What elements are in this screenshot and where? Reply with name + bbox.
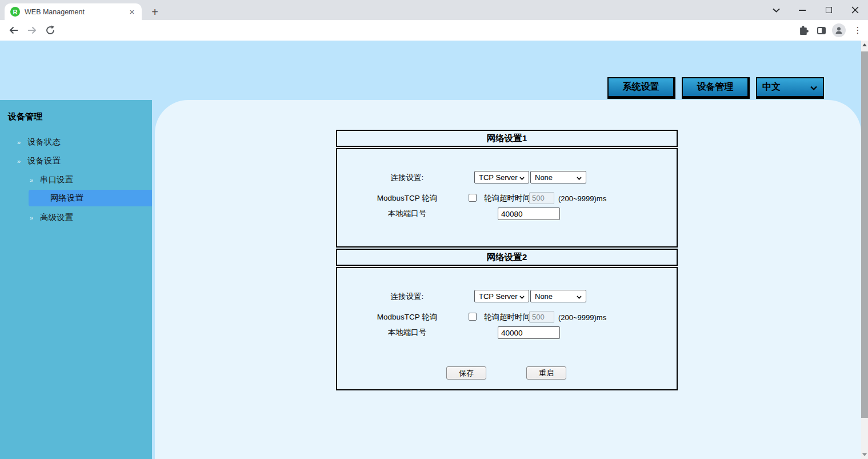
browser-tab[interactable]: R WEB Management × [5,3,142,20]
network-settings-2-panel: 连接设置: TCP Server None ModbusTCP 轮询 [336,267,678,390]
panel-title: 网络设置2 [336,249,678,266]
back-button[interactable] [7,23,21,37]
new-tab-button[interactable]: + [147,5,162,19]
minimize-button[interactable] [789,0,815,20]
arrow-bullet-icon: » [17,158,21,165]
language-select-value: 中文 [762,81,781,93]
timeout-range-hint: (200~9999)ms [558,313,606,322]
connect-mode-value: None [535,173,553,182]
connect-mode-select[interactable]: None [530,171,586,183]
arrow-bullet-icon: » [30,214,33,221]
connect-protocol-select[interactable]: TCP Server [474,171,529,183]
connect-protocol-value: TCP Server [479,292,518,301]
local-port-label: 本地端口号 [337,328,477,338]
system-settings-button[interactable]: 系统设置 [607,77,675,99]
connect-settings-label: 连接设置: [337,173,477,183]
chevron-down-icon [810,82,817,93]
connect-mode-value: None [535,292,553,301]
save-button[interactable]: 保存 [446,366,486,380]
sidebar-item-serial-settings[interactable]: 串口设置 [40,174,73,185]
local-port-input[interactable] [498,207,560,220]
modbus-polling-label: ModbusTCP 轮询 [337,193,477,203]
sidebar-item-advanced-settings[interactable]: 高级设置 [40,212,73,223]
arrow-bullet-icon: » [17,139,21,146]
tab-search-chevron-icon[interactable] [763,0,789,20]
panel-title: 网络设置1 [336,130,678,147]
web-page: 系统设置 设备管理 中文 设备管理 » 设备状态 » 设备设置 » 串口设置 网… [0,41,868,459]
browser-toolbar: 不安全 192.168.0.148/html/DeviceSet.html ☆ [0,20,868,41]
connect-settings-label: 连接设置: [337,292,477,302]
modbus-polling-checkbox[interactable] [469,194,477,202]
connect-protocol-value: TCP Server [479,173,518,182]
connect-mode-select[interactable]: None [530,290,586,302]
site-favicon: R [10,7,20,17]
chevron-down-icon [519,173,525,182]
chevron-down-icon [577,173,582,182]
timeout-input [529,192,554,204]
language-select[interactable]: 中文 [756,77,824,99]
page-scrollbar[interactable] [861,41,868,459]
forward-button[interactable] [25,23,39,37]
tab-title: WEB Management [25,8,127,16]
timeout-label: 轮询超时时间 [484,312,530,322]
extensions-icon[interactable] [797,23,811,37]
connect-protocol-select[interactable]: TCP Server [474,290,529,302]
browser-titlebar: R WEB Management × + [0,0,868,20]
modbus-polling-checkbox[interactable] [469,313,477,321]
arrow-bullet-icon: » [30,177,33,183]
local-port-label: 本地端口号 [337,209,477,219]
scrollbar-up-arrow-icon[interactable] [862,43,867,46]
scrollbar-down-arrow-icon[interactable] [862,453,867,456]
scrollbar-thumb[interactable] [861,51,868,418]
browser-menu-icon[interactable]: ⋮ [850,23,865,37]
sidebar-title: 设备管理 [8,111,42,122]
timeout-input [529,311,554,323]
timeout-label: 轮询超时时间 [484,193,530,203]
modbus-polling-label: ModbusTCP 轮询 [337,312,477,322]
close-window-button[interactable] [842,0,868,20]
device-management-button[interactable]: 设备管理 [682,77,750,99]
restart-button[interactable]: 重启 [526,366,566,380]
network-settings-1-panel: 连接设置: TCP Server None ModbusTCP 轮询 [336,148,678,248]
sidebar: 设备管理 » 设备状态 » 设备设置 » 串口设置 网络设置 » 高级设置 [0,100,152,459]
sidebar-item-network-settings[interactable]: 网络设置 [29,190,152,206]
profile-avatar[interactable] [831,23,846,37]
tab-close-icon[interactable]: × [127,7,137,17]
chevron-down-icon [577,292,582,301]
maximize-button[interactable] [815,0,842,20]
local-port-input[interactable] [498,326,560,339]
main-content: 网络设置1 连接设置: TCP Server None [155,100,861,459]
sidebar-item-device-status[interactable]: 设备状态 [27,137,61,147]
side-panel-icon[interactable] [814,23,829,37]
browser-window: R WEB Management × + [0,0,868,459]
sidebar-item-device-settings[interactable]: 设备设置 [27,155,61,166]
reload-button[interactable] [43,23,57,37]
chevron-down-icon [519,292,525,301]
network-settings-panels: 网络设置1 连接设置: TCP Server None [336,130,678,392]
timeout-range-hint: (200~9999)ms [558,194,606,203]
